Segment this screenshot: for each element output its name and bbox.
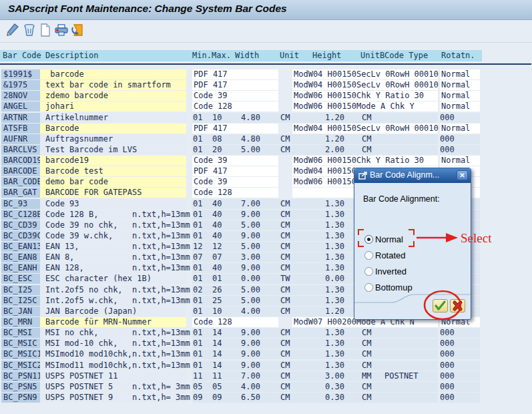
barcode-code-cell[interactable]: BC_EAN8 [1, 252, 40, 262]
barcode-description-cell[interactable]: demo bar code [40, 177, 186, 187]
barcode-code-cell[interactable]: BC_I25C [1, 296, 40, 306]
barcode-rotation-cell[interactable]: 000 [440, 145, 480, 155]
barcode-dimensions-cell[interactable]: 01149.00CM1.30CM [192, 339, 438, 349]
barcode-rotation-cell[interactable]: Normal [440, 124, 480, 134]
barcode-symbology-cell[interactable]: PDF 417 [192, 80, 278, 90]
barcode-description-cell[interactable]: EAN 13, n.txt,h=13mm [40, 242, 186, 252]
barcode-code-cell[interactable]: BC_PSN11 [1, 371, 40, 381]
radio-option-inverted[interactable]: Inverted [364, 263, 413, 279]
barcode-symbology-cell[interactable]: PDF 417 [192, 69, 278, 79]
barcode-description-cell[interactable]: JAN Barcode (Japan) [40, 306, 186, 317]
barcode-code-cell[interactable]: ARTNR [1, 113, 40, 123]
barcode-description-cell[interactable]: zdemo barcode [40, 91, 186, 101]
barcode-rotation-cell[interactable]: 000 [440, 328, 480, 338]
barcode-symbology-cell[interactable]: Code 128 [192, 101, 278, 112]
barcode-code-cell[interactable]: BARCODE [1, 166, 40, 176]
barcode-rotation-cell[interactable]: 000 [440, 371, 480, 381]
cancel-button[interactable] [450, 299, 465, 313]
barcode-description-cell[interactable]: USPS POSTNET 5 n.txt,h= 3mm [40, 382, 186, 392]
barcode-dimensions-cell[interactable]: 01104.80CM1.20CM [192, 113, 438, 123]
barcode-code-cell[interactable]: BARCLVS [1, 145, 40, 155]
barcode-description-cell[interactable]: Artikelnummer [40, 113, 186, 123]
barcode-description-cell[interactable]: text bar code in smartform [40, 80, 186, 90]
barcode-dimensions-cell[interactable]: 05054.00CM0.30CM [192, 382, 438, 392]
barcode-description-cell[interactable]: Code 93 [40, 199, 186, 209]
barcode-description-cell[interactable]: Int.2of5 no chk, n.txt,h=13mm [40, 285, 186, 295]
barcode-rotation-cell[interactable]: Normal [440, 80, 480, 90]
barcode-rotation-cell[interactable]: 000 [440, 349, 480, 359]
barcode-dimensions-cell[interactable]: 01149.00CM1.30CM [192, 361, 438, 371]
barcode-dimensions-cell[interactable]: 01205.00CM2.00CM [192, 145, 438, 155]
barcode-description-cell[interactable]: Barcode [40, 124, 186, 134]
barcode-code-cell[interactable]: BC_ESC [1, 274, 40, 284]
barcode-description-cell[interactable]: Auftragsnummer [40, 134, 186, 144]
barcode-code-cell[interactable]: BC_C128B [1, 210, 40, 220]
barcode-description-cell[interactable]: EAN 128, n.txt,h=13mm [40, 263, 186, 273]
radio-option-rotated[interactable]: Rotated [364, 247, 413, 263]
barcode-code-cell[interactable]: AUFNR [1, 134, 40, 144]
barcode-code-cell[interactable]: BARCOD19 [1, 156, 40, 166]
barcode-dimensions-cell[interactable]: 09096.50CM0.30CM [192, 393, 438, 403]
barcode-rotation-cell[interactable]: Normal [440, 91, 480, 101]
ok-button[interactable] [433, 299, 448, 313]
barcode-code-cell[interactable]: BC_EANH [1, 263, 40, 273]
barcode-code-cell[interactable]: BC_CD39 [1, 220, 40, 230]
barcode-params-cell[interactable]: ModW04 H00150SecLv 0RowH 00010 [292, 69, 438, 79]
radio-option-normal[interactable]: Normal [364, 231, 413, 247]
barcode-rotation-cell[interactable]: 000 [440, 339, 480, 349]
barcode-code-cell[interactable]: BAR_CODE [1, 177, 40, 187]
barcode-code-cell[interactable]: BC_MSI [1, 328, 40, 338]
barcode-code-cell[interactable]: ANGEL [1, 101, 40, 112]
barcode-description-cell[interactable]: Code 39 no chk, n.txt,h=13mm [40, 220, 186, 230]
barcode-description-cell[interactable]: Barcode test [40, 166, 186, 176]
barcode-dimensions-cell[interactable]: 11117.00CM3.00MMPOSTNET [192, 371, 438, 381]
barcode-symbology-cell[interactable]: PDF 417 [192, 124, 278, 134]
barcode-params-cell[interactable]: ModW06 H00150Mode A Chk Y [292, 101, 438, 112]
barcode-rotation-cell[interactable]: 000 [440, 361, 480, 371]
barcode-rotation-cell[interactable]: Normal [440, 156, 480, 166]
barcode-description-cell[interactable]: MSImod11 mod10chk,n.txt,h=13mm [40, 361, 186, 371]
barcode-code-cell[interactable]: &1975 [1, 80, 40, 90]
barcode-code-cell[interactable]: BC_CD39C [1, 231, 40, 241]
barcode-code-cell[interactable]: $1991$ [1, 69, 40, 79]
barcode-description-cell[interactable]: barcode [40, 69, 186, 79]
barcode-description-cell[interactable]: MSI mod-10 chk, n.txt,h=13mm [40, 339, 186, 349]
barcode-description-cell[interactable]: ESC character (hex 1B) [40, 274, 186, 284]
barcode-description-cell[interactable]: MSI no chk, n.txt,h=13mm [40, 328, 186, 338]
barcode-code-cell[interactable]: BC_MRN [1, 317, 40, 327]
barcode-description-cell[interactable]: EAN 8, n.txt,h=13mm [40, 252, 186, 262]
barcode-dimensions-cell[interactable]: 01149.00CM1.30CM [192, 349, 438, 359]
barcode-code-cell[interactable]: BC_PSN5 [1, 382, 40, 392]
barcode-symbology-cell[interactable]: Code 39 [192, 177, 278, 187]
barcode-rotation-cell[interactable]: Normal [440, 101, 480, 112]
barcode-rotation-cell[interactable]: 000 [440, 134, 480, 144]
barcode-description-cell[interactable]: Int.2of5 w.chk, n.txt,h=13mm [40, 296, 186, 306]
barcode-symbology-cell[interactable]: Code 128 [192, 317, 278, 327]
barcode-params-cell[interactable]: ModW04 H00150SecLv 0RowH 00010 [292, 80, 438, 90]
barcode-description-cell[interactable]: johari [40, 101, 186, 112]
barcode-description-cell[interactable]: Test Barcode im LVS [40, 145, 186, 155]
barcode-code-cell[interactable]: ATSFB [1, 124, 40, 134]
barcode-description-cell[interactable]: Barcode für MRN-Nummer [40, 317, 186, 327]
barcode-symbology-cell[interactable]: PDF 417 [192, 166, 278, 176]
barcode-code-cell[interactable]: BC_I25 [1, 285, 40, 295]
barcode-description-cell[interactable]: USPS POSTNET 11 [40, 371, 186, 381]
barcode-code-cell[interactable]: BC_93 [1, 199, 40, 209]
barcode-description-cell[interactable]: BARCODE FOR GATEPASS [40, 188, 186, 198]
barcode-description-cell[interactable]: barcode19 [40, 156, 186, 166]
barcode-code-cell[interactable]: BC_JAN [1, 306, 40, 317]
barcode-rotation-cell[interactable]: 000 [440, 393, 480, 403]
barcode-code-cell[interactable]: BC_PSN9 [1, 393, 40, 403]
barcode-symbology-cell[interactable]: Code 39 [192, 91, 278, 101]
barcode-code-cell[interactable]: BC_MSIC1 [1, 349, 40, 359]
barcode-params-cell[interactable]: ModW06 H00150Chk Y Ratio 30 [292, 156, 438, 166]
barcode-dimensions-cell[interactable]: 01084.80CM1.20CM [192, 134, 438, 144]
barcode-description-cell[interactable]: Code 128 B, n.txt,h=13mm [40, 210, 186, 220]
barcode-code-cell[interactable]: BC_MSIC [1, 339, 40, 349]
barcode-description-cell[interactable]: Code 39 w.chk, n.txt,h=13mm [40, 231, 186, 241]
barcode-description-cell[interactable]: USPS POSTNET 9 n.txt,h= 3mm [40, 393, 186, 403]
barcode-dimensions-cell[interactable]: 01149.00CM1.30CM [192, 328, 438, 338]
barcode-params-cell[interactable]: ModW04 H00150SecLv 0RowH 00010 [292, 124, 438, 134]
barcode-code-cell[interactable]: BC_EAN13 [1, 242, 40, 252]
barcode-params-cell[interactable]: ModW06 H00150Chk Y Ratio 30 [292, 91, 438, 101]
